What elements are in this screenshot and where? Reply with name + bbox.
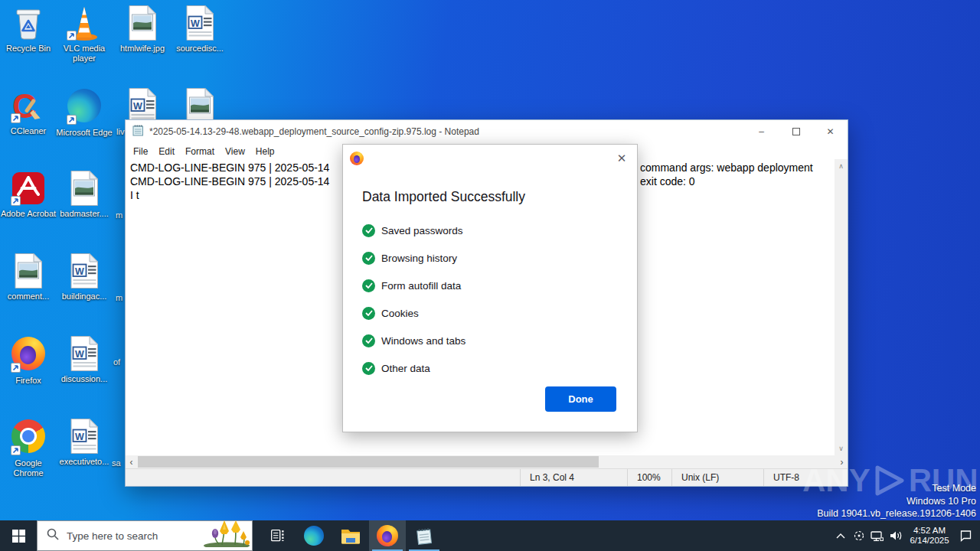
tray-agent-icon[interactable] bbox=[850, 520, 868, 551]
check-icon bbox=[362, 362, 375, 375]
tray-chevron-up-icon[interactable] bbox=[831, 520, 850, 551]
notepad-title-bar[interactable]: *2025-05-14.13-29-48.webapp_deployment_s… bbox=[126, 120, 848, 143]
desktop-icon-comment[interactable]: comment... bbox=[0, 253, 57, 302]
start-button[interactable] bbox=[0, 520, 37, 551]
scroll-left-arrow-icon[interactable]: ‹ bbox=[126, 455, 137, 468]
volume-icon[interactable] bbox=[887, 520, 905, 551]
svg-text:W: W bbox=[191, 18, 200, 29]
menu-help[interactable]: Help bbox=[250, 145, 280, 158]
vlc-icon bbox=[66, 5, 103, 41]
check-icon bbox=[362, 307, 375, 320]
watermark-line: Build 19041.vb_release.191206-1406 bbox=[817, 507, 976, 520]
desktop-icon-badmaster[interactable]: badmaster.... bbox=[55, 170, 113, 219]
desktop-icon-ccleaner[interactable]: CCCleaner bbox=[0, 87, 57, 136]
desktop-icon-htmlwife-jpg[interactable]: htmlwife.jpg bbox=[113, 5, 172, 54]
taskbar-clock[interactable]: 4:52 AM 6/14/2025 bbox=[905, 526, 954, 546]
scroll-down-arrow-icon[interactable]: ∨ bbox=[838, 445, 844, 452]
desktop-icon-buildingac[interactable]: Wbuildingac... bbox=[55, 253, 113, 302]
check-icon bbox=[362, 279, 375, 292]
desktop-icon-executiveto[interactable]: Wexecutiveto... bbox=[55, 418, 113, 467]
status-eol: Unix (LF) bbox=[671, 469, 763, 486]
imported-item-row: Browsing history bbox=[362, 244, 622, 272]
taskbar-firefox-button[interactable] bbox=[369, 520, 406, 551]
scroll-right-arrow-icon[interactable]: › bbox=[836, 455, 848, 468]
taskbar-edge-button[interactable] bbox=[296, 520, 332, 551]
imported-item-row: Cookies bbox=[362, 299, 622, 327]
desktop-icon-sourcedisc[interactable]: Wsourcedisc... bbox=[171, 5, 229, 54]
menu-file[interactable]: File bbox=[128, 145, 153, 158]
anyrun-play-icon bbox=[871, 464, 909, 497]
desktop-icon-label: sourcedisc... bbox=[171, 44, 229, 54]
desktop-icon-discussion[interactable]: Wdiscussion... bbox=[55, 335, 113, 384]
image-file-icon bbox=[66, 170, 103, 207]
search-icon bbox=[47, 528, 59, 543]
action-center-icon[interactable] bbox=[954, 520, 977, 551]
desktop-icon-google-chrome[interactable]: Google Chrome bbox=[0, 418, 57, 478]
notepad-status-bar: Ln 3, Col 4 100% Unix (LF) UTF-8 bbox=[126, 468, 848, 486]
imported-item-label: Cookies bbox=[381, 308, 419, 319]
desktop-icon-adobe-acrobat[interactable]: Adobe Acrobat bbox=[0, 170, 57, 219]
desktop-icon-recycle-bin[interactable]: Recycle Bin bbox=[0, 5, 57, 54]
clock-time: 4:52 AM bbox=[905, 526, 954, 536]
word-file-icon: W bbox=[66, 253, 103, 289]
imported-item-label: Saved passwords bbox=[381, 225, 463, 236]
search-input[interactable] bbox=[67, 530, 189, 542]
desktop-icon-label: executiveto... bbox=[55, 457, 113, 467]
desktop-icon-vlc-media-player[interactable]: VLC media player bbox=[55, 5, 113, 63]
done-button[interactable]: Done bbox=[545, 386, 616, 412]
close-button[interactable]: ✕ bbox=[813, 120, 848, 143]
desktop-icon-label-partial: liv bbox=[116, 127, 124, 136]
horizontal-scroll-thumb[interactable] bbox=[138, 456, 599, 468]
desktop-icon-firefox[interactable]: Firefox bbox=[0, 335, 57, 386]
desktop-icon-word-file-6[interactable]: W bbox=[113, 87, 172, 124]
status-line-col: Ln 3, Col 4 bbox=[520, 469, 627, 486]
check-icon bbox=[362, 224, 375, 237]
shortcut-arrow-icon bbox=[67, 31, 77, 41]
menu-edit[interactable]: Edit bbox=[153, 145, 180, 158]
dialog-close-icon[interactable]: ✕ bbox=[613, 150, 630, 167]
taskbar-notepad-button[interactable] bbox=[406, 520, 443, 551]
desktop-icon-label: CCleaner bbox=[0, 126, 57, 136]
maximize-icon bbox=[792, 128, 800, 135]
minimize-button[interactable]: – bbox=[744, 120, 779, 143]
desktop-icon-label: Microsoft Edge bbox=[55, 128, 113, 138]
network-icon[interactable] bbox=[868, 520, 887, 551]
image-file-icon bbox=[124, 5, 161, 41]
check-icon bbox=[362, 334, 375, 347]
firefox-import-dialog: ✕ Data Imported Successfully Saved passw… bbox=[342, 144, 638, 432]
edge-icon bbox=[66, 89, 103, 126]
notepad-app-icon bbox=[132, 124, 144, 139]
chrome-icon bbox=[10, 419, 47, 456]
desktop-icon-image-file-7[interactable] bbox=[171, 87, 229, 124]
word-file-icon: W bbox=[66, 418, 103, 455]
shortcut-arrow-icon bbox=[11, 113, 21, 123]
vertical-scrollbar[interactable]: ∧ ∨ bbox=[835, 159, 848, 455]
desktop-icon-microsoft-edge[interactable]: Microsoft Edge bbox=[55, 87, 113, 138]
watermark-info-lines: Test ModeWindows 10 ProBuild 19041.vb_re… bbox=[817, 482, 976, 520]
desktop-icon-label-partial: sa bbox=[112, 458, 121, 468]
menu-format[interactable]: Format bbox=[180, 145, 220, 158]
desktop-icon-label: buildingac... bbox=[55, 292, 113, 302]
horizontal-scrollbar[interactable]: ‹ › bbox=[126, 455, 848, 468]
shortcut-arrow-icon bbox=[11, 196, 21, 206]
imported-item-row: Windows and tabs bbox=[362, 327, 622, 354]
firefox-icon bbox=[10, 337, 47, 373]
desktop-icon-label-partial: m bbox=[116, 210, 122, 220]
watermark-line: Windows 10 Pro bbox=[817, 495, 976, 508]
maximize-button[interactable] bbox=[779, 120, 813, 143]
desktop-icon-label-partial: m bbox=[116, 293, 122, 302]
desktop-icon-label: Adobe Acrobat bbox=[0, 209, 57, 219]
desktop-background[interactable]: Recycle BinVLC media playerhtmlwife.jpgW… bbox=[0, 0, 980, 551]
taskbar-search-box[interactable] bbox=[37, 520, 253, 551]
taskbar-file-explorer-button[interactable] bbox=[332, 520, 369, 551]
svg-text:W: W bbox=[133, 101, 142, 112]
desktop-icon-label-partial: of bbox=[113, 357, 120, 367]
task-view-button[interactable] bbox=[259, 520, 296, 551]
task-view-icon bbox=[271, 530, 284, 542]
desktop-icon-label: VLC media player bbox=[55, 44, 113, 63]
imported-item-label: Form autofill data bbox=[381, 280, 461, 292]
imported-item-label: Browsing history bbox=[381, 253, 457, 264]
scroll-up-arrow-icon[interactable]: ∧ bbox=[838, 162, 844, 170]
imported-item-label: Windows and tabs bbox=[381, 335, 466, 347]
menu-view[interactable]: View bbox=[220, 145, 250, 158]
